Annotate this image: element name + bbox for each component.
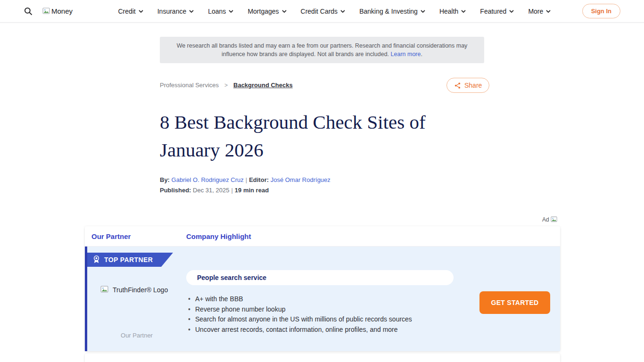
nav-item-loans[interactable]: Loans bbox=[208, 8, 233, 15]
partner-logo-alt-text: TruthFinder® Logo bbox=[113, 286, 168, 294]
read-time: 19 min read bbox=[235, 187, 269, 194]
get-started-button[interactable]: GET STARTED bbox=[479, 291, 550, 314]
top-partner-ribbon: TOP PARTNER bbox=[87, 253, 173, 267]
published-line: Published: Dec 31, 2025|19 min read bbox=[160, 187, 269, 194]
breadcrumb-parent[interactable]: Professional Services bbox=[160, 82, 219, 89]
chevron-down-icon bbox=[546, 10, 551, 13]
share-button[interactable]: Share bbox=[446, 78, 489, 93]
chevron-down-icon bbox=[139, 10, 143, 13]
nav-item-more[interactable]: More bbox=[528, 8, 551, 15]
nav-item-featured[interactable]: Featured bbox=[480, 8, 514, 15]
learn-more-link[interactable]: Learn more bbox=[391, 51, 421, 58]
ad-label: Ad bbox=[542, 216, 557, 223]
share-icon bbox=[454, 82, 461, 89]
chevron-down-icon bbox=[340, 10, 345, 13]
disclosure-text: We research all brands listed and may ea… bbox=[168, 41, 476, 58]
breadcrumb: Professional Services > Background Check… bbox=[160, 82, 293, 89]
company-highlight-column-label: Company Highlight bbox=[186, 232, 251, 240]
page-title: 8 Best Background Check Sites of January… bbox=[160, 108, 490, 164]
highlight-bullet: Uncover arrest records, contact informat… bbox=[186, 325, 427, 335]
nav-item-mortgages[interactable]: Mortgages bbox=[248, 8, 286, 15]
money-logo[interactable]: Money bbox=[42, 7, 73, 15]
sign-in-button[interactable]: Sign In bbox=[582, 4, 620, 18]
chevron-down-icon bbox=[461, 10, 466, 13]
breadcrumb-separator: > bbox=[224, 82, 228, 89]
top-partner-card: Our Partner Company Highlight TOP PARTNE… bbox=[85, 226, 560, 351]
partner-card-header: Our Partner Company Highlight bbox=[85, 226, 560, 247]
byline: By: Gabriel O. Rodriguez Cruz|Editor: Jo… bbox=[160, 176, 330, 183]
published-date: Dec 31, 2025 bbox=[193, 187, 229, 194]
partner-logo[interactable]: TruthFinder® Logo bbox=[100, 286, 168, 294]
next-card-preview bbox=[85, 354, 560, 362]
chevron-down-icon bbox=[189, 10, 194, 13]
author-link[interactable]: Gabriel O. Rodriguez Cruz bbox=[172, 176, 244, 183]
highlight-bullet: Reverse phone number lookup bbox=[186, 304, 427, 315]
breadcrumb-current[interactable]: Background Checks bbox=[233, 82, 293, 89]
chevron-down-icon bbox=[282, 10, 287, 13]
medal-icon bbox=[93, 255, 100, 264]
service-category-pill: People search service bbox=[186, 270, 454, 285]
advertiser-disclosure: We research all brands listed and may ea… bbox=[160, 37, 484, 63]
top-partner-label: TOP PARTNER bbox=[104, 256, 153, 263]
chevron-down-icon bbox=[509, 10, 514, 13]
highlight-bullet-list: A+ with the BBB Reverse phone number loo… bbox=[186, 294, 427, 335]
chevron-down-icon bbox=[229, 10, 233, 13]
nav-item-banking-investing[interactable]: Banking & Investing bbox=[359, 8, 425, 15]
broken-image-icon bbox=[100, 286, 108, 294]
nav-item-credit-cards[interactable]: Credit Cards bbox=[301, 8, 346, 15]
broken-image-icon bbox=[551, 216, 557, 223]
nav-item-health[interactable]: Health bbox=[439, 8, 466, 15]
nav-item-credit[interactable]: Credit bbox=[118, 8, 143, 15]
highlight-bullet: A+ with the BBB bbox=[186, 294, 427, 304]
broken-image-icon bbox=[42, 8, 50, 15]
main-menu: Credit Insurance Loans Mortgages Credit … bbox=[99, 8, 551, 15]
top-navigation: Money Credit Insurance Loans Mortgages C… bbox=[0, 0, 644, 23]
editor-link[interactable]: José Omar Rodríguez bbox=[271, 176, 330, 183]
logo-alt-text: Money bbox=[51, 7, 73, 15]
nav-item-insurance[interactable]: Insurance bbox=[157, 8, 194, 15]
chevron-down-icon bbox=[421, 10, 425, 13]
partner-card-body: TOP PARTNER TruthFinder® Logo Our Partne… bbox=[85, 247, 560, 351]
our-partner-caption: Our Partner bbox=[87, 332, 186, 339]
highlight-bullet: Search for almost anyone in the US with … bbox=[186, 314, 427, 325]
our-partner-column-label: Our Partner bbox=[91, 232, 186, 240]
search-icon[interactable] bbox=[24, 6, 34, 16]
